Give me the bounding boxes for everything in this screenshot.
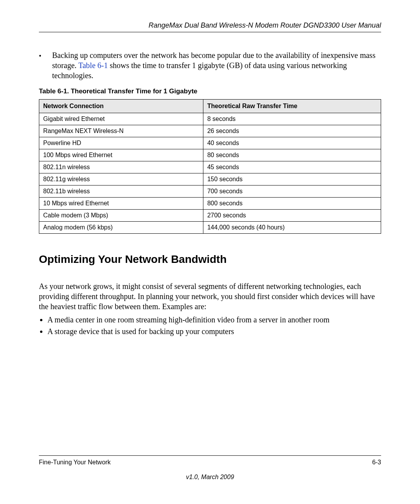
cell-time: 2700 seconds bbox=[203, 210, 381, 222]
header-title: RangeMax Dual Band Wireless-N Modem Rout… bbox=[149, 21, 381, 29]
col-header-time: Theoretical Raw Transfer Time bbox=[203, 100, 381, 113]
cell-time: 700 seconds bbox=[203, 186, 381, 198]
col-header-connection: Network Connection bbox=[39, 100, 203, 113]
transfer-time-table: Network Connection Theoretical Raw Trans… bbox=[39, 99, 381, 234]
list-item: A media center in one room streaming hig… bbox=[47, 314, 381, 326]
footer-left: Fine-Tuning Your Network bbox=[39, 459, 110, 466]
cell-connection: Analog modem (56 kbps) bbox=[39, 222, 203, 234]
footer-rule bbox=[39, 455, 381, 456]
footer-line: Fine-Tuning Your Network 6-3 bbox=[39, 459, 381, 466]
cell-time: 45 seconds bbox=[203, 161, 381, 173]
cell-time: 80 seconds bbox=[203, 149, 381, 161]
cell-time: 26 seconds bbox=[203, 125, 381, 137]
section-list: A media center in one room streaming hig… bbox=[39, 314, 381, 337]
cell-connection: 10 Mbps wired Ethernet bbox=[39, 198, 203, 210]
cell-connection: 802.11n wireless bbox=[39, 161, 203, 173]
cell-connection: 802.11b wireless bbox=[39, 186, 203, 198]
table-row: Analog modem (56 kbps)144,000 seconds (4… bbox=[39, 222, 381, 234]
section-paragraph: As your network grows, it might consist … bbox=[39, 281, 381, 312]
page-header: RangeMax Dual Band Wireless-N Modem Rout… bbox=[39, 21, 381, 32]
table-row: 802.11n wireless45 seconds bbox=[39, 161, 381, 173]
table-row: 100 Mbps wired Ethernet80 seconds bbox=[39, 149, 381, 161]
table-row: Cable modem (3 Mbps)2700 seconds bbox=[39, 210, 381, 222]
bullet-marker: • bbox=[39, 50, 52, 80]
cell-time: 800 seconds bbox=[203, 198, 381, 210]
page: RangeMax Dual Band Wireless-N Modem Rout… bbox=[0, 0, 420, 504]
table-link[interactable]: Table 6-1 bbox=[78, 61, 108, 70]
footer-version: v1.0, March 2009 bbox=[39, 474, 381, 481]
intro-bullet: • Backing up computers over the network … bbox=[39, 50, 381, 80]
intro-bullet-text: Backing up computers over the network ha… bbox=[52, 50, 381, 80]
cell-time: 144,000 seconds (40 hours) bbox=[203, 222, 381, 234]
table-row: Powerline HD40 seconds bbox=[39, 137, 381, 149]
page-footer: Fine-Tuning Your Network 6-3 v1.0, March… bbox=[39, 455, 381, 481]
table-header-row: Network Connection Theoretical Raw Trans… bbox=[39, 100, 381, 113]
cell-connection: 802.11g wireless bbox=[39, 173, 203, 186]
cell-time: 150 seconds bbox=[203, 173, 381, 186]
table-caption: Table 6-1. Theoretical Transfer Time for… bbox=[39, 88, 381, 95]
cell-connection: 100 Mbps wired Ethernet bbox=[39, 149, 203, 161]
cell-connection: RangeMax NEXT Wireless-N bbox=[39, 125, 203, 137]
table-row: 10 Mbps wired Ethernet800 seconds bbox=[39, 198, 381, 210]
cell-connection: Gigabit wired Ethernet bbox=[39, 113, 203, 125]
table-row: 802.11b wireless700 seconds bbox=[39, 186, 381, 198]
table-row: Gigabit wired Ethernet8 seconds bbox=[39, 113, 381, 125]
footer-right: 6-3 bbox=[372, 459, 381, 466]
cell-time: 40 seconds bbox=[203, 137, 381, 149]
list-item: A storage device that is used for backin… bbox=[47, 326, 381, 337]
table-row: 802.11g wireless150 seconds bbox=[39, 173, 381, 186]
cell-connection: Cable modem (3 Mbps) bbox=[39, 210, 203, 222]
cell-time: 8 seconds bbox=[203, 113, 381, 125]
table-row: RangeMax NEXT Wireless-N26 seconds bbox=[39, 125, 381, 137]
cell-connection: Powerline HD bbox=[39, 137, 203, 149]
section-heading: Optimizing Your Network Bandwidth bbox=[39, 253, 381, 266]
